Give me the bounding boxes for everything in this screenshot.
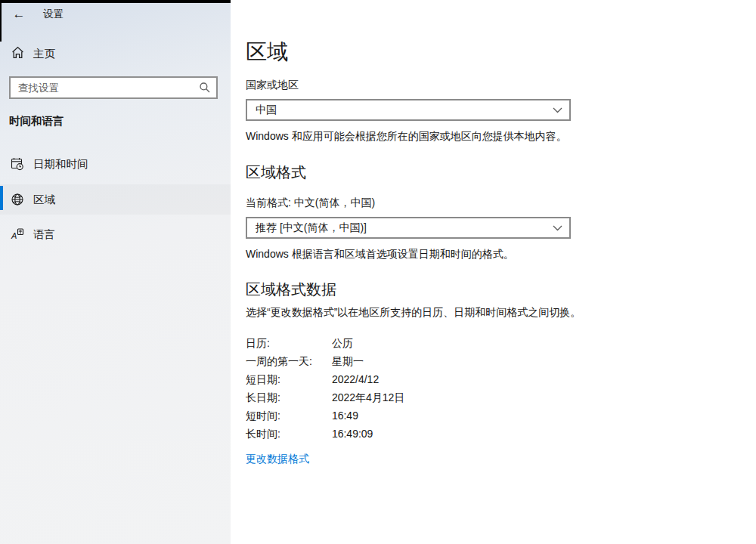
format-data-description: 选择“更改数据格式”以在地区所支持的日历、日期和时间格式之间切换。: [246, 306, 581, 320]
calendar-clock-icon: [11, 157, 24, 171]
country-region-label: 国家或地区: [246, 79, 299, 92]
table-row-short-date: 短日期: 2022/4/12: [246, 373, 571, 391]
language-icon: A: [11, 227, 24, 241]
row-label: 长日期:: [246, 391, 329, 405]
table-row-calendar: 日历: 公历: [246, 337, 571, 355]
table-row-long-date: 长日期: 2022年4月12日: [246, 391, 571, 410]
titlebar: ← 设置: [0, 3, 231, 27]
sidebar: ← 设置 主页 时间和语言: [0, 0, 231, 544]
regional-format-dropdown[interactable]: 推荐 [中文(简体，中国)]: [246, 217, 571, 239]
table-row-first-day: 一周的第一天: 星期一: [246, 355, 571, 373]
row-value: 公历: [332, 337, 353, 351]
current-format-label: 当前格式: 中文(简体，中国): [246, 196, 375, 210]
change-data-formats-link[interactable]: 更改数据格式: [246, 453, 309, 466]
chevron-down-icon: [553, 107, 562, 113]
sidebar-item-language[interactable]: A 语言: [0, 219, 231, 249]
regional-format-dropdown-value: 推荐 [中文(简体，中国)]: [256, 221, 367, 235]
sidebar-item-region[interactable]: 区域: [0, 184, 231, 215]
country-region-dropdown[interactable]: 中国: [246, 99, 571, 121]
row-label: 短时间:: [246, 410, 329, 423]
chevron-down-icon: [553, 225, 562, 231]
app-title: 设置: [43, 8, 64, 21]
regional-format-heading: 区域格式: [246, 162, 306, 183]
sidebar-item-label: 日期和时间: [33, 157, 88, 172]
regional-format-description: Windows 根据语言和区域首选项设置日期和时间的格式。: [246, 248, 514, 261]
search-input[interactable]: [11, 78, 216, 97]
selected-indicator: [0, 186, 3, 210]
row-value: 16:49:09: [332, 428, 373, 440]
window-frame-left: [0, 0, 2, 42]
sidebar-item-home[interactable]: 主页: [0, 42, 231, 65]
row-value: 2022/4/12: [332, 373, 379, 385]
sidebar-item-label: 语言: [33, 227, 55, 242]
globe-icon: [11, 193, 24, 206]
country-region-description: Windows 和应用可能会根据您所在的国家或地区向您提供本地内容。: [246, 130, 567, 144]
format-data-table: 日历: 公历 一周的第一天: 星期一 短日期: 2022/4/12 长日期: 2…: [246, 337, 571, 446]
main-content: 区域 国家或地区 中国 Windows 和应用可能会根据您所在的国家或地区向您提…: [246, 0, 756, 544]
search-box: [9, 76, 218, 99]
page-title: 区域: [246, 38, 288, 66]
svg-text:A: A: [11, 231, 17, 240]
row-label: 长时间:: [246, 428, 329, 441]
back-button[interactable]: ←: [6, 5, 32, 24]
row-label: 一周的第一天:: [246, 355, 329, 369]
table-row-short-time: 短时间: 16:49: [246, 410, 571, 428]
country-region-dropdown-value: 中国: [256, 104, 277, 117]
row-value: 2022年4月12日: [332, 391, 405, 405]
row-label: 日历:: [246, 337, 329, 351]
row-value: 16:49: [332, 410, 358, 422]
row-label: 短日期:: [246, 373, 329, 387]
row-value: 星期一: [332, 355, 364, 369]
home-icon: [11, 46, 24, 59]
search-icon: [199, 82, 211, 94]
format-data-heading: 区域格式数据: [246, 280, 336, 300]
sidebar-section-heading: 时间和语言: [9, 114, 64, 128]
table-row-long-time: 长时间: 16:49:09: [246, 428, 571, 446]
sidebar-home-label: 主页: [33, 47, 55, 61]
window-frame-top: [0, 0, 231, 3]
sidebar-item-date-time[interactable]: 日期和时间: [0, 149, 231, 179]
sidebar-item-label: 区域: [33, 193, 55, 207]
